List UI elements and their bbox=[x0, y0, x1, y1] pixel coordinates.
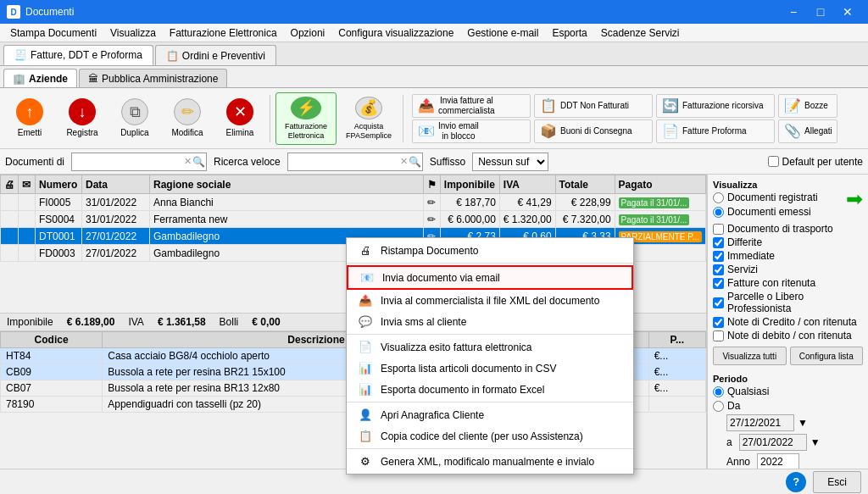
invio-email-button[interactable]: 📧 Invio emailin blocco bbox=[412, 119, 531, 143]
elimina-label: Elimina bbox=[226, 128, 254, 138]
suffisso-select[interactable]: Nessun suf bbox=[472, 153, 548, 171]
tab-pubblica[interactable]: 🏛 Pubblica Amministrazione bbox=[79, 69, 227, 87]
anno-input[interactable] bbox=[757, 453, 799, 469]
cb-servizi[interactable]: Servizi bbox=[713, 264, 863, 275]
title-bar: D Documenti − □ ✕ bbox=[0, 0, 868, 24]
th-data: Data bbox=[82, 175, 150, 194]
th-pagato: Pagato bbox=[615, 175, 705, 194]
ctx-label-copia-codice: Copia codice del cliente (per uso Assist… bbox=[381, 430, 583, 442]
cb-parcelle-label: Parcelle o Libero Professionista bbox=[727, 291, 863, 314]
menu-fatturazione[interactable]: Fatturazione Elettronica bbox=[163, 24, 284, 42]
visualizza-tutti-button[interactable]: Visualizza tutti bbox=[713, 347, 787, 365]
ctx-item-ristampa[interactable]: 🖨Ristampa Documento bbox=[347, 240, 633, 261]
menu-stampa[interactable]: Stampa Documenti bbox=[3, 24, 103, 42]
close-button[interactable]: ✕ bbox=[834, 0, 861, 24]
radio-qualsiasi-label: Qualsiasi bbox=[727, 386, 769, 397]
cb-parcelle[interactable]: Parcelle o Libero Professionista bbox=[713, 291, 863, 314]
duplica-button[interactable]: ⧉ Duplica bbox=[110, 92, 159, 145]
ctx-item-invia-email[interactable]: 📧Invia documento via email bbox=[347, 265, 633, 290]
ctx-item-invia-sms[interactable]: 💬Invia sms al cliente bbox=[347, 311, 633, 332]
minimize-button[interactable]: − bbox=[780, 0, 807, 24]
da-input[interactable] bbox=[726, 414, 794, 431]
cb-notecredito[interactable]: Note di Credito / con ritenuta bbox=[713, 316, 863, 328]
item-price: €... bbox=[648, 364, 705, 380]
ctx-item-esporta-excel[interactable]: 📊Esporta documento in formato Excel bbox=[347, 379, 633, 400]
menu-visualizza[interactable]: Visualizza bbox=[103, 24, 163, 42]
allegati-button[interactable]: 📎 Allegati bbox=[778, 119, 837, 143]
ricerca-search-wrap: ✕ 🔍 bbox=[287, 153, 423, 171]
radio-emessi[interactable]: Documenti emessi bbox=[713, 206, 846, 218]
green-arrow-icon[interactable]: ➡ bbox=[846, 187, 863, 211]
radio-da[interactable]: Da bbox=[713, 400, 863, 412]
tab-ordini[interactable]: 📋 Ordini e Preventivi bbox=[155, 45, 276, 65]
registra-button[interactable]: ↓ Registra bbox=[58, 92, 107, 145]
tab-fatture[interactable]: 🧾 Fatture, DDT e Proforma bbox=[3, 45, 153, 65]
bozze-button[interactable]: 📝 Bozze bbox=[778, 94, 837, 118]
a-input[interactable] bbox=[739, 434, 807, 451]
emetti-button[interactable]: ↑ Emetti bbox=[5, 92, 54, 145]
table-row[interactable]: FS0004 31/01/2022 Ferramenta new ✏ € 6.0… bbox=[1, 211, 706, 228]
ctx-item-esporta-csv[interactable]: 📊Esporta lista articoli documento in CSV bbox=[347, 358, 633, 379]
imponibile-label: Imponibile bbox=[7, 316, 53, 328]
ctx-label-invia-commercialista: Invia al commercialista il file XML del … bbox=[381, 295, 599, 307]
elimina-button[interactable]: ✕ Elimina bbox=[215, 92, 264, 145]
help-button[interactable]: ? bbox=[786, 472, 806, 492]
ddt-icon: 📋 bbox=[540, 97, 557, 114]
cb-differite[interactable]: Differite bbox=[713, 236, 863, 248]
radio-qualsiasi[interactable]: Qualsiasi bbox=[713, 386, 863, 397]
ctx-item-copia-codice[interactable]: 📋Copia codice del cliente (per uso Assis… bbox=[347, 425, 633, 447]
cb-trasporto[interactable]: Documento di trasporto bbox=[713, 223, 863, 235]
fatturazione-ric-button[interactable]: 🔄 Fatturazione ricorsiva bbox=[656, 94, 775, 118]
cb-ritenuta[interactable]: Fatture con ritenuta bbox=[713, 277, 863, 289]
esci-button[interactable]: Esci bbox=[813, 471, 861, 493]
cb-notedebito[interactable]: Note di debito / con ritenuta bbox=[713, 330, 863, 341]
ctx-item-genera-xml[interactable]: ⚙Genera XML, modificalo manualmente e in… bbox=[347, 451, 633, 472]
fatturazione-button[interactable]: ⚡ FatturazioneElettronica bbox=[275, 92, 337, 145]
a-dropdown-icon[interactable]: ▼ bbox=[810, 436, 821, 448]
cb-notedebito-label: Note di debito / con ritenuta bbox=[727, 330, 852, 341]
fatturazione-icon: ⚡ bbox=[291, 97, 321, 119]
default-check-wrap: Default per utente bbox=[768, 156, 863, 168]
fatture-proforma-button[interactable]: 📄 Fatture Proforma bbox=[656, 119, 775, 143]
menu-scadenze[interactable]: Scadenze Servizi bbox=[594, 24, 687, 42]
menu-opzioni[interactable]: Opzioni bbox=[284, 24, 332, 42]
ricerca-clear-icon[interactable]: ✕ bbox=[400, 156, 408, 167]
acquista-button[interactable]: 💰 AcquistaFPASemplice bbox=[340, 92, 398, 145]
imponibile-value: € 6.189,00 bbox=[67, 316, 115, 328]
col-data: 31/01/2022 bbox=[82, 194, 150, 211]
menu-configura[interactable]: Configura visualizzazione bbox=[331, 24, 460, 42]
right-panel: Visualizza Documenti registrati Document… bbox=[707, 175, 868, 469]
table-row[interactable]: FI0005 31/01/2022 Anna Bianchi ✏ € 187,7… bbox=[1, 194, 706, 211]
ctx-item-invia-commercialista[interactable]: 📤Invia al commercialista il file XML del… bbox=[347, 290, 633, 311]
col-totale: € 7.320,00 bbox=[555, 211, 615, 228]
cb-immediate[interactable]: Immediate bbox=[713, 250, 863, 262]
buoni-button[interactable]: 📦 Buoni di Consegna bbox=[534, 119, 653, 143]
tab-aziende[interactable]: 🏢 Aziende bbox=[3, 69, 77, 87]
ctx-label-apri-anagrafica: Apri Anagrafica Cliente bbox=[381, 409, 484, 421]
fatture-proforma-icon: 📄 bbox=[662, 123, 679, 139]
th-totale: Totale bbox=[555, 175, 615, 194]
invia-fatture-button[interactable]: 📤 Invia fatture alcommercialista bbox=[412, 94, 531, 118]
ricerca-search-icon[interactable]: 🔍 bbox=[409, 156, 421, 168]
configura-lista-button[interactable]: Configura lista bbox=[790, 347, 864, 365]
th-prezzo: P... bbox=[648, 331, 705, 347]
ctx-item-apri-anagrafica[interactable]: 👤Apri Anagrafica Cliente bbox=[347, 404, 633, 425]
col-data: 27/01/2022 bbox=[82, 245, 150, 262]
maximize-button[interactable]: □ bbox=[807, 0, 834, 24]
radio-registrati[interactable]: Documenti registrati bbox=[713, 191, 846, 203]
da-dropdown-icon[interactable]: ▼ bbox=[798, 417, 808, 429]
col-print bbox=[1, 228, 19, 245]
ricerca-label: Ricerca veloce bbox=[214, 156, 281, 168]
ddt-non-button[interactable]: 📋 DDT Non Fatturati bbox=[534, 94, 653, 118]
menu-esporta[interactable]: Esporta bbox=[545, 24, 593, 42]
default-checkbox[interactable] bbox=[768, 156, 779, 167]
documenti-clear-icon[interactable]: ✕ bbox=[184, 156, 192, 167]
th-imponibile: Imponibile bbox=[440, 175, 499, 194]
ctx-item-visualizza-esito[interactable]: 📄Visualizza esito fattura elettronica bbox=[347, 336, 633, 358]
documenti-search-icon[interactable]: 🔍 bbox=[192, 156, 205, 168]
invio-email-icon: 📧 bbox=[418, 123, 435, 139]
radio-da-label: Da bbox=[727, 400, 740, 412]
ctx-separator bbox=[347, 448, 633, 449]
menu-gestione[interactable]: Gestione e-mail bbox=[460, 24, 545, 42]
modifica-button[interactable]: ✏ Modifica bbox=[163, 92, 212, 145]
